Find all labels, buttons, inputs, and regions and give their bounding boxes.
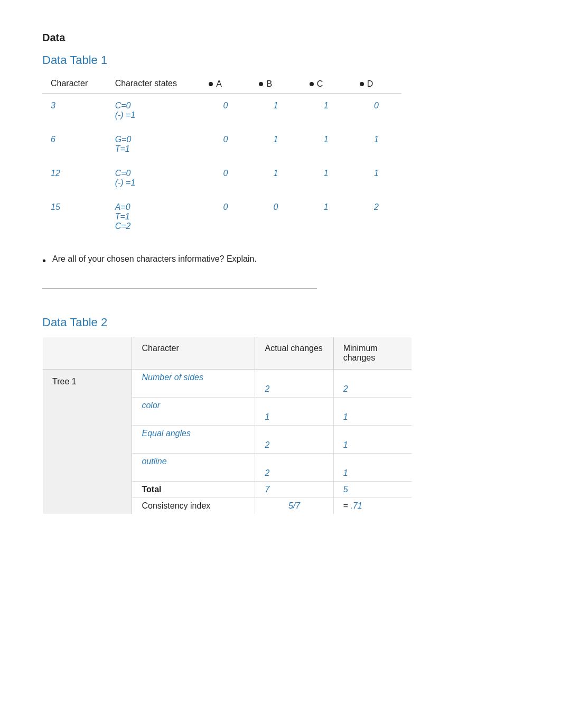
cell-tree1: Tree 1 bbox=[43, 370, 132, 514]
cell-minimum-spacer bbox=[333, 370, 412, 384]
cell-a: 0 bbox=[200, 195, 250, 238]
table-row: 6G=0T=10111 bbox=[42, 127, 401, 161]
cell-actual-spacer bbox=[255, 370, 333, 384]
cell-minimum: 2 bbox=[333, 383, 412, 398]
cell-actual-spacer bbox=[255, 454, 333, 468]
cell-c: 1 bbox=[301, 94, 351, 128]
t2-col-minimum: Minimum changes bbox=[333, 337, 412, 370]
col-header-c: C bbox=[301, 75, 351, 94]
cell-minimum-spacer bbox=[333, 398, 412, 412]
col-header-a: A bbox=[200, 75, 250, 94]
cell-actual: 1 bbox=[255, 411, 333, 426]
bullet-text: Are all of your chosen characters inform… bbox=[52, 254, 257, 264]
dot-a bbox=[209, 82, 213, 86]
cell-actual: 2 bbox=[255, 383, 333, 398]
cell-d: 0 bbox=[351, 94, 401, 128]
col-header-b: B bbox=[250, 75, 301, 94]
cell-a: 0 bbox=[200, 94, 250, 128]
dot-b bbox=[259, 82, 263, 86]
table2-title: Data Table 2 bbox=[42, 316, 519, 329]
cell-b: 0 bbox=[250, 195, 301, 238]
cell-d: 2 bbox=[351, 195, 401, 238]
data-table-2: Character Actual changes Minimum changes… bbox=[42, 337, 412, 514]
cell-consistency-value: = .71 bbox=[333, 498, 412, 514]
cell-states: A=0T=1C=2 bbox=[107, 195, 201, 238]
cell-states: C=0(-) =1 bbox=[107, 161, 201, 195]
label-d: D bbox=[367, 79, 373, 89]
cell-states: G=0T=1 bbox=[107, 127, 201, 161]
t2-col-actual: Actual changes bbox=[255, 337, 333, 370]
cell-char-name: Equal angles bbox=[132, 426, 255, 440]
cell-char-spacer bbox=[132, 439, 255, 454]
label-a: A bbox=[216, 79, 222, 89]
cell-char-spacer bbox=[132, 383, 255, 398]
table-row: Tree 1Number of sides bbox=[43, 370, 412, 384]
cell-states: C=0(-) =1 bbox=[107, 94, 201, 128]
cell-char-name: Number of sides bbox=[132, 370, 255, 384]
cell-consistency-fraction: 5/7 bbox=[255, 498, 333, 514]
cell-minimum: 1 bbox=[333, 467, 412, 482]
col-header-d: D bbox=[351, 75, 401, 94]
cell-char-spacer bbox=[132, 467, 255, 482]
cell-character: 6 bbox=[42, 127, 107, 161]
t2-col-character: Character bbox=[132, 337, 255, 370]
dot-c bbox=[310, 82, 314, 86]
bullet-icon: • bbox=[42, 254, 46, 267]
cell-character: 3 bbox=[42, 94, 107, 128]
cell-b: 1 bbox=[250, 161, 301, 195]
cell-total-minimum: 5 bbox=[333, 482, 412, 498]
cell-char-name: outline bbox=[132, 454, 255, 468]
cell-char-spacer bbox=[132, 411, 255, 426]
cell-character: 15 bbox=[42, 195, 107, 238]
cell-d: 1 bbox=[351, 127, 401, 161]
table-row: 3C=0(-) =10110 bbox=[42, 94, 401, 128]
cell-character: 12 bbox=[42, 161, 107, 195]
cell-c: 1 bbox=[301, 195, 351, 238]
col-header-character: Character bbox=[42, 75, 107, 94]
section-title: Data bbox=[42, 32, 519, 44]
cell-minimum: 1 bbox=[333, 411, 412, 426]
cell-a: 0 bbox=[200, 127, 250, 161]
cell-actual: 2 bbox=[255, 439, 333, 454]
cell-total-label: Total bbox=[132, 482, 255, 498]
table-row: 15A=0T=1C=20012 bbox=[42, 195, 401, 238]
section-divider bbox=[42, 288, 317, 289]
dot-d bbox=[360, 82, 364, 86]
label-b: B bbox=[266, 79, 272, 89]
cell-c: 1 bbox=[301, 127, 351, 161]
cell-actual-spacer bbox=[255, 398, 333, 412]
bullet-item: • Are all of your chosen characters info… bbox=[42, 254, 519, 267]
t2-col-tree bbox=[43, 337, 132, 370]
table-row: 12C=0(-) =10111 bbox=[42, 161, 401, 195]
cell-a: 0 bbox=[200, 161, 250, 195]
cell-b: 1 bbox=[250, 94, 301, 128]
cell-char-name: color bbox=[132, 398, 255, 412]
cell-minimum: 1 bbox=[333, 439, 412, 454]
col-header-states: Character states bbox=[107, 75, 201, 94]
cell-actual: 2 bbox=[255, 467, 333, 482]
data-table-1: Character Character states A B C bbox=[42, 75, 401, 238]
cell-c: 1 bbox=[301, 161, 351, 195]
cell-minimum-spacer bbox=[333, 426, 412, 440]
table1-title: Data Table 1 bbox=[42, 53, 519, 67]
cell-consistency-label: Consistency index bbox=[132, 498, 255, 514]
cell-actual-spacer bbox=[255, 426, 333, 440]
cell-total-actual: 7 bbox=[255, 482, 333, 498]
cell-d: 1 bbox=[351, 161, 401, 195]
cell-minimum-spacer bbox=[333, 454, 412, 468]
label-c: C bbox=[317, 79, 323, 89]
cell-b: 1 bbox=[250, 127, 301, 161]
equals-sign: = bbox=[343, 501, 351, 510]
consistency-decimal: .71 bbox=[351, 501, 362, 510]
